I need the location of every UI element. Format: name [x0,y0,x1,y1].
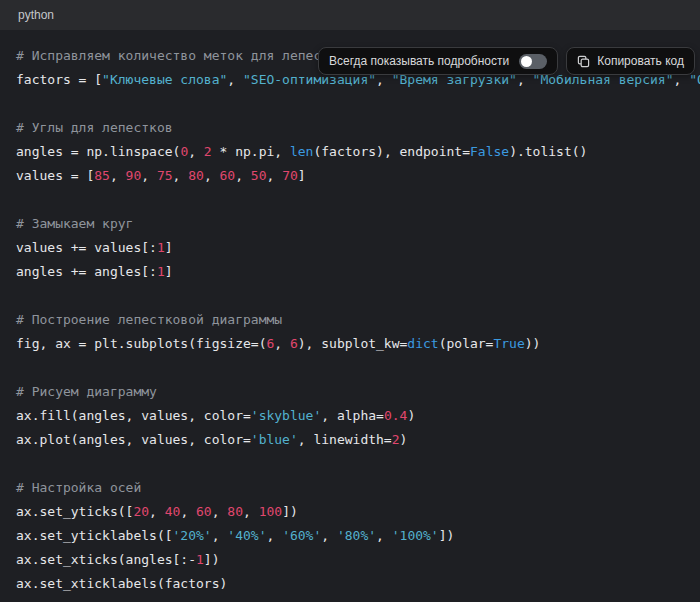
code-line: ax.fill(angles, values, color='skyblue',… [16,404,700,428]
code-line: ax.set_yticklabels(['20%', '40%', '60%',… [16,524,700,548]
code-token: '100%' [392,528,439,543]
code-line: fig, ax = plt.subplots(figsize=(6, 6), s… [16,332,700,356]
code-token: ax.fill(angles, values, color= [16,408,251,423]
code-token: ), subplot_kw= [298,336,408,351]
code-token: , [110,168,126,183]
code-token: , [243,504,259,519]
code-token: 80 [188,168,204,183]
code-token: , linewidth= [298,432,392,447]
code-token: values += values[: [16,240,157,255]
code-area: # Исправляем количество меток для лепест… [0,30,700,602]
code-line: values = [85, 90, 75, 80, 60, 50, 70] [16,164,700,188]
code-line [16,356,700,380]
code-token: # Замыкаем круг [16,216,133,231]
code-token: 2 [392,432,400,447]
code-token: ax.set_xticks(angles[:- [16,552,196,567]
code-token: True [493,336,524,351]
code-token: angles = np.linspace( [16,144,180,159]
code-token: ).tolist() [509,144,587,159]
code-line [16,92,700,116]
code-token: '40%' [227,528,266,543]
code-token: , [321,528,337,543]
toggle-knob [521,56,532,67]
code-token: , [141,168,157,183]
always-show-details-control: Всегда показывать подробности [318,47,558,75]
code-token: 'blue' [251,432,298,447]
code-token: # Исправляем количество меток для лепест… [16,48,353,63]
code-token: ] [165,240,173,255]
code-token: False [470,144,509,159]
code-token: factors = [ [16,72,102,87]
code-token: 70 [282,168,298,183]
copy-code-button[interactable]: Копировать код [566,47,695,75]
code-token: ax.set_yticklabels([ [16,528,173,543]
code-token: dict [407,336,438,351]
code-line: values += values[:1] [16,236,700,260]
copy-icon [577,55,590,68]
code-token: 100 [259,504,282,519]
code-token: ]) [282,504,298,519]
code-line: # Настройка осей [16,476,700,500]
code-token: , alpha= [321,408,384,423]
code-token: 50 [251,168,267,183]
code-token: , [235,168,251,183]
code-token: * np.pi, [212,144,290,159]
code-token: , [227,72,243,87]
code-token: )) [525,336,541,351]
code-token: ] [298,168,306,183]
code-token: 1 [157,240,165,255]
code-token: 90 [126,168,142,183]
code-token: fig, ax = plt.subplots(figsize=( [16,336,266,351]
code-line: # Построение лепестковой диаграммы [16,308,700,332]
code-token: 1 [196,552,204,567]
code-lines: # Исправляем количество меток для лепест… [16,44,700,596]
code-token: , [173,168,189,183]
code-token: "Ключевые слова" [102,72,227,87]
code-token: , [149,504,165,519]
code-token: (factors), endpoint= [313,144,470,159]
code-line [16,284,700,308]
code-token: ]) [204,552,220,567]
code-token: '80%' [337,528,376,543]
code-block-header: python [0,0,700,30]
code-line: # Рисуем диаграмму [16,380,700,404]
code-line: angles = np.linspace(0, 2 * np.pi, len(f… [16,140,700,164]
code-token: 75 [157,168,173,183]
code-token: , [274,336,290,351]
details-toggle-label: Всегда показывать подробности [329,54,509,68]
code-line: angles += angles[:1] [16,260,700,284]
code-token: , [267,168,283,183]
code-token: (polar= [439,336,494,351]
code-token: , [180,504,196,519]
code-token: 2 [204,144,212,159]
code-line [16,188,700,212]
code-token: , [212,528,228,543]
code-token: # Рисуем диаграмму [16,384,157,399]
code-line: # Углы для лепестков [16,116,700,140]
code-token: values = [ [16,168,94,183]
code-token: ) [400,432,408,447]
code-line: # Замыкаем круг [16,212,700,236]
code-token: ) [407,408,415,423]
code-token: 0.4 [384,408,407,423]
code-line [16,452,700,476]
copy-button-label: Копировать код [597,54,684,68]
code-line: ax.set_yticks([20, 40, 60, 80, 100]) [16,500,700,524]
code-line: ax.set_xticklabels(factors) [16,572,700,596]
code-token: angles += angles[: [16,264,157,279]
code-token: # Построение лепестковой диаграммы [16,312,282,327]
code-block-window: python # Исправляем количество меток для… [0,0,700,602]
code-token: len [290,144,313,159]
code-token: ax.set_xticklabels(factors) [16,576,227,591]
code-line: ax.plot(angles, values, color='blue', li… [16,428,700,452]
code-token: , [376,528,392,543]
code-line: ax.set_xticks(angles[:-1]) [16,548,700,572]
code-token: # Настройка осей [16,480,141,495]
code-token: 40 [165,504,181,519]
code-token: 'skyblue' [251,408,321,423]
code-token: 80 [227,504,243,519]
code-token: 20 [133,504,149,519]
details-toggle[interactable] [519,54,547,69]
code-token: '20%' [173,528,212,543]
code-token: '60%' [282,528,321,543]
